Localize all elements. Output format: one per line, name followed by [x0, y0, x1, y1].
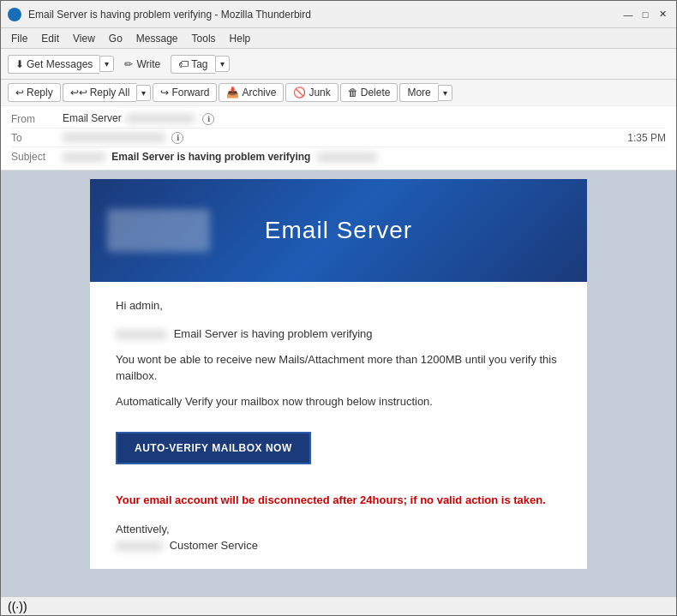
delete-button[interactable]: 🗑 Delete	[340, 83, 398, 102]
menu-file[interactable]: File	[4, 31, 34, 46]
to-value: ℹ	[63, 131, 627, 144]
subject-blur-prefix	[63, 153, 105, 162]
close-button[interactable]: ✕	[656, 8, 669, 21]
warning-text: Your email account will be disconnected …	[116, 492, 561, 509]
menu-view[interactable]: View	[66, 31, 102, 46]
to-field-row: To ℹ 1:35 PM	[11, 129, 666, 147]
junk-label: Junk	[309, 87, 330, 99]
get-messages-split-btn: ⬇ Get Messages ▾	[8, 55, 114, 74]
more-dropdown[interactable]: ▾	[438, 85, 452, 101]
banner-logo-blurred	[107, 209, 210, 252]
title-bar: Email Server is having problem verifying…	[1, 1, 676, 28]
tag-label: Tag	[191, 58, 207, 70]
sig-company: Customer Service	[170, 539, 258, 552]
menu-help[interactable]: Help	[223, 31, 258, 46]
window-controls: — □ ✕	[621, 8, 669, 21]
app-icon	[8, 8, 21, 21]
download-icon: ⬇	[15, 58, 24, 70]
message-header: ↩ Reply ↩↩ Reply All ▾ ↪ Forward 📥 Archi…	[1, 80, 676, 170]
more-label: More	[407, 87, 430, 99]
menu-edit[interactable]: Edit	[34, 31, 66, 46]
reply-label: Reply	[27, 87, 53, 99]
more-split-btn: More ▾	[399, 83, 452, 102]
archive-button[interactable]: 📥 Archive	[219, 83, 284, 102]
from-email-blurred	[126, 114, 195, 123]
trash-icon: 🗑	[348, 87, 358, 99]
subject-label: Subject	[11, 151, 63, 163]
subject-field-row: Subject Email Server is having problem v…	[11, 147, 666, 166]
email-banner: Email Server	[90, 179, 587, 282]
email-body-line1: Email Server is having problem verifying	[116, 326, 561, 343]
junk-icon: 🚫	[293, 87, 306, 99]
reply-icon: ↩	[15, 87, 24, 99]
more-button[interactable]: More	[399, 83, 437, 102]
from-value: Email Server ℹ	[63, 112, 666, 125]
to-label: To	[11, 132, 63, 144]
subject-value: Email Server is having problem verifying	[63, 151, 666, 163]
tag-button[interactable]: 🏷 Tag	[171, 55, 214, 74]
get-messages-label: Get Messages	[27, 58, 93, 70]
tag-split-btn: 🏷 Tag ▾	[171, 55, 229, 74]
subject-main-text: Email Server is having problem verifying	[111, 151, 310, 163]
archive-icon: 📥	[226, 87, 239, 99]
junk-button[interactable]: 🚫 Junk	[285, 83, 338, 102]
tag-icon: 🏷	[178, 58, 189, 70]
wifi-icon: ((·))	[8, 600, 27, 613]
auto-verify-button[interactable]: AUTO-VERIFY MAILBOX NOW	[116, 432, 311, 464]
email-content: Email Server Hi admin, Email Server is h…	[90, 179, 587, 569]
sig-blur	[116, 541, 163, 551]
archive-label: Archive	[242, 87, 276, 99]
from-label: From	[11, 113, 63, 125]
delete-label: Delete	[361, 87, 391, 99]
tag-dropdown[interactable]: ▾	[215, 56, 230, 72]
sign-off: Attentively,	[116, 523, 561, 535]
menu-tools[interactable]: Tools	[185, 31, 223, 46]
main-toolbar: ⬇ Get Messages ▾ ✏ Write 🏷 Tag ▾	[1, 49, 676, 80]
from-field-row: From Email Server ℹ	[11, 110, 666, 129]
thunderbird-window: Email Server is having problem verifying…	[0, 0, 677, 616]
cta-button-container: AUTO-VERIFY MAILBOX NOW	[116, 418, 561, 478]
message-actions-toolbar: ↩ Reply ↩↩ Reply All ▾ ↪ Forward 📥 Archi…	[1, 80, 676, 106]
email-signature: Attentively, Customer Service	[116, 523, 561, 552]
forward-icon: ↪	[160, 87, 169, 99]
email-body-area: Email Server Hi admin, Email Server is h…	[1, 170, 676, 596]
menu-go[interactable]: Go	[102, 31, 129, 46]
reply-all-button[interactable]: ↩↩ Reply All	[63, 83, 137, 102]
reply-button[interactable]: ↩ Reply	[8, 83, 61, 102]
contact-info-icon[interactable]: ℹ	[202, 113, 214, 125]
write-button[interactable]: ✏ Write	[117, 55, 167, 74]
menu-message[interactable]: Message	[129, 31, 185, 46]
message-fields: From Email Server ℹ To ℹ 1:35 PM Subject	[1, 106, 676, 170]
reply-all-dropdown[interactable]: ▾	[136, 85, 151, 101]
email-greeting: Hi admin,	[116, 299, 561, 312]
to-email-blurred	[63, 133, 165, 142]
reply-all-icon: ↩↩	[70, 87, 87, 99]
window-title: Email Server is having problem verifying…	[28, 9, 621, 21]
write-label: Write	[136, 58, 160, 70]
menu-bar: File Edit View Go Message Tools Help	[1, 28, 676, 49]
message-time: 1:35 PM	[627, 132, 666, 144]
to-contact-icon[interactable]: ℹ	[171, 132, 183, 144]
maximize-button[interactable]: □	[638, 8, 652, 21]
from-name: Email Server	[63, 112, 122, 124]
subject-blur-suffix	[317, 153, 377, 162]
forward-button[interactable]: ↪ Forward	[153, 83, 217, 102]
forward-label: Forward	[171, 87, 209, 99]
sig-line: Customer Service	[116, 539, 561, 552]
body-line1-text: Email Server is having problem verifying	[174, 327, 373, 340]
email-body-line2: You wont be able to receive new Mails/At…	[116, 351, 561, 385]
status-bar: ((·))	[1, 596, 676, 615]
minimize-button[interactable]: —	[621, 8, 635, 21]
body-line1-blur	[116, 330, 167, 339]
reply-all-split-btn: ↩↩ Reply All ▾	[63, 83, 152, 102]
reply-all-label: Reply All	[90, 87, 130, 99]
email-body-content: Hi admin, Email Server is having problem…	[90, 282, 587, 569]
get-messages-dropdown[interactable]: ▾	[99, 56, 114, 72]
email-body-line3: Automatically Verify your mailbox now th…	[116, 393, 561, 410]
get-messages-button[interactable]: ⬇ Get Messages	[8, 55, 99, 74]
banner-title: Email Server	[265, 217, 412, 244]
pencil-icon: ✏	[124, 58, 133, 70]
